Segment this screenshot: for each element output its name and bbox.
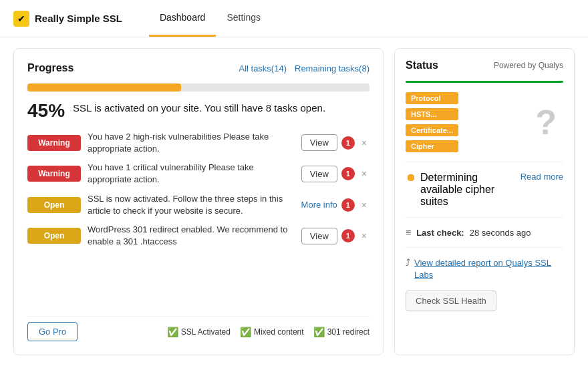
status-indicators: ✅ SSL Activated ✅ Mixed content ✅ 301 re… <box>167 327 370 337</box>
report-row: ⤴ View detailed report on Qualys SSL Lab… <box>406 257 563 281</box>
determining-label: Determining available cipher suites <box>420 172 494 207</box>
app-name: Really Simple SSL <box>35 13 122 24</box>
go-pro-button[interactable]: Go Pro <box>27 322 78 341</box>
read-more-link[interactable]: Read more <box>521 172 563 182</box>
task-badge-warning: Warning <box>27 135 81 151</box>
close-icon[interactable]: × <box>359 138 370 148</box>
progress-header: Progress All tasks(14) Remaining tasks(8… <box>27 62 370 74</box>
check-icon: ✅ <box>167 327 178 337</box>
task-action: More info 1 × <box>301 198 370 212</box>
remaining-tasks-link[interactable]: Remaining tasks(8) <box>295 63 370 73</box>
powered-by: Powered by Qualys <box>494 61 563 70</box>
task-item: Open SSL is now activated. Follow the th… <box>27 193 370 217</box>
status-divider <box>406 81 563 83</box>
app-container: ✔ Really Simple SSL Dashboard Settings P… <box>0 0 588 366</box>
status-header: Status Powered by Qualys <box>406 59 563 71</box>
warning-circle-icon: ⏺ <box>406 172 416 184</box>
progress-bar-container <box>27 83 370 92</box>
view-button[interactable]: View <box>301 166 337 182</box>
tab-settings[interactable]: Settings <box>216 0 271 37</box>
logo: ✔ Really Simple SSL <box>13 11 122 27</box>
mixed-content-label: Mixed content <box>254 327 304 337</box>
ssl-activated-label: SSL Activated <box>181 327 231 337</box>
nav-tabs: Dashboard Settings <box>149 0 271 37</box>
task-description: You have 2 high-risk vulnerabilities Ple… <box>88 131 295 155</box>
logo-icon: ✔ <box>13 11 29 27</box>
report-link[interactable]: View detailed report on Qualys SSL Labs <box>414 257 563 281</box>
tasks-list: Warning You have 2 high-risk vulnerabili… <box>27 131 370 304</box>
check-ssl-button[interactable]: Check SSL Health <box>406 291 496 311</box>
task-badge-open: Open <box>27 228 81 244</box>
main-content: Progress All tasks(14) Remaining tasks(8… <box>0 37 588 366</box>
check-icon: ✅ <box>313 327 325 337</box>
progress-percent: 45% <box>27 101 65 122</box>
task-number: 1 <box>341 198 355 212</box>
cipher-badge-certificate: Certificate... <box>406 124 458 136</box>
view-button[interactable]: View <box>301 228 337 244</box>
cipher-badge-cipher: Cipher <box>406 140 458 152</box>
close-icon[interactable]: × <box>359 230 370 241</box>
external-link-icon: ⤴ <box>406 257 410 268</box>
progress-title: Progress <box>27 62 74 74</box>
right-panel: Status Powered by Qualys Protocol HSTS..… <box>394 48 575 355</box>
task-item: Warning You have 2 high-risk vulnerabili… <box>27 131 370 155</box>
cipher-labels: Protocol HSTS... Certificate... Cipher <box>406 92 458 152</box>
determining-status-row: ⏺ Determining available cipher suites Re… <box>406 172 563 208</box>
tab-dashboard[interactable]: Dashboard <box>149 0 216 37</box>
progress-bar-fill <box>27 83 181 92</box>
question-mark-icon: ? <box>535 102 563 142</box>
status-title: Status <box>406 59 438 71</box>
divider <box>406 247 563 248</box>
last-check-value: 28 seconds ago <box>470 228 531 238</box>
progress-links: All tasks(14) Remaining tasks(8) <box>239 63 370 73</box>
cipher-badge-hsts: HSTS... <box>406 108 458 120</box>
task-number: 1 <box>341 229 355 242</box>
determining-content: Determining available cipher suites <box>420 172 517 208</box>
close-icon[interactable]: × <box>359 200 370 210</box>
task-item: Warning You have 1 critical vulnerabilit… <box>27 162 370 186</box>
task-action: View 1 × <box>301 134 370 151</box>
more-info-link[interactable]: More info <box>301 200 337 210</box>
task-description: WordPress 301 redirect enabled. We recom… <box>88 224 295 248</box>
progress-description: SSL is activated on your site. You still… <box>73 101 325 115</box>
redirect-label: 301 redirect <box>327 327 370 337</box>
close-icon[interactable]: × <box>359 168 370 179</box>
task-number: 1 <box>341 136 355 150</box>
mixed-content-indicator: ✅ Mixed content <box>240 327 304 337</box>
task-action: View 1 × <box>301 228 370 244</box>
divider <box>406 217 563 218</box>
left-panel: Progress All tasks(14) Remaining tasks(8… <box>13 48 384 355</box>
task-badge-warning: Warning <box>27 166 81 182</box>
progress-info: 45% SSL is activated on your site. You s… <box>27 101 370 122</box>
cipher-grid: Protocol HSTS... Certificate... Cipher ? <box>406 92 563 152</box>
redirect-indicator: ✅ 301 redirect <box>313 327 370 337</box>
check-icon: ✅ <box>240 327 251 337</box>
ssl-activated-indicator: ✅ SSL Activated <box>167 327 231 337</box>
header: ✔ Really Simple SSL Dashboard Settings <box>0 0 588 37</box>
task-description: You have 1 critical vulnerability Please… <box>88 162 295 186</box>
task-item: Open WordPress 301 redirect enabled. We … <box>27 224 370 248</box>
all-tasks-link[interactable]: All tasks(14) <box>239 63 287 73</box>
last-check-row: ≡ Last check: 28 seconds ago <box>406 227 563 238</box>
divider <box>406 162 563 162</box>
last-check-label: Last check: <box>416 228 464 238</box>
task-description: SSL is now activated. Follow the three s… <box>88 193 295 217</box>
task-badge-open: Open <box>27 197 81 213</box>
task-number: 1 <box>341 167 355 180</box>
list-icon: ≡ <box>406 227 411 238</box>
view-button[interactable]: View <box>301 134 337 151</box>
task-action: View 1 × <box>301 166 370 182</box>
cipher-badge-protocol: Protocol <box>406 92 458 104</box>
bottom-bar: Go Pro ✅ SSL Activated ✅ Mixed content ✅… <box>27 316 370 341</box>
